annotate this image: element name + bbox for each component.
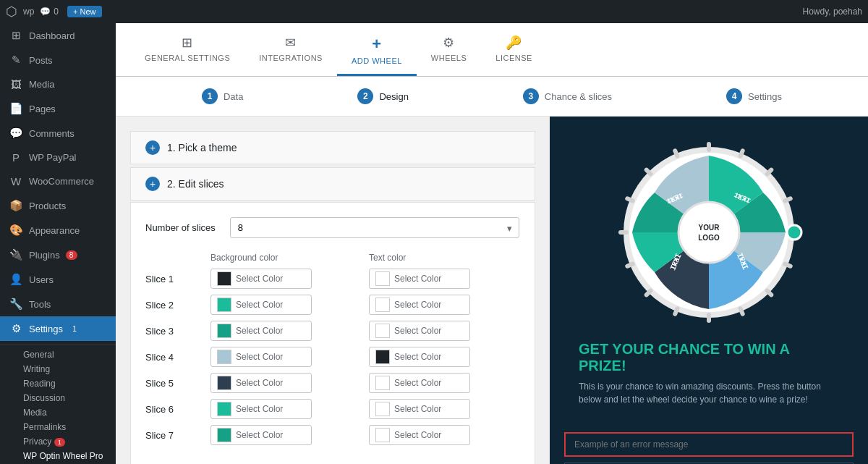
tab-license[interactable]: 🔑 LICENSE [481,23,547,76]
sidebar-item-media[interactable]: 🖼 Media [0,72,116,96]
slice-1-bg-color[interactable]: Select Color [210,269,312,289]
step-label-data: Data [224,91,243,102]
tab-add-wheel-label: ADD WHEEL [352,56,402,65]
wheel-svg: TEXT TEXT TEXT TEXT TEXT TEXT TEXT TEXT … [615,138,803,326]
slice-7-text-color[interactable]: Select Color [369,425,470,445]
wheel-center-circle [678,202,739,263]
tab-wheels[interactable]: ⚙ WHEELS [417,23,481,76]
wheel-preview: TEXT TEXT TEXT TEXT TEXT TEXT TEXT TEXT … [550,117,868,432]
slice-4-bg-color[interactable]: Select Color [210,347,312,367]
sidebar-item-woocommerce[interactable]: W WooCommerce [0,169,116,193]
slice-1-text-color[interactable]: Select Color [369,269,470,289]
pick-theme-title: 1. Pick a theme [167,142,237,153]
sidebar-item-tools[interactable]: 🔧 Tools [0,292,116,316]
plugins-icon: 🔌 [9,248,23,261]
num-slices-select[interactable]: 8 4 6 10 12 [230,217,519,238]
sidebar-sub-permalinks[interactable]: Permalinks [0,420,116,434]
slice-2-bg-swatch [217,298,231,312]
step-design[interactable]: 2 Design [357,88,408,104]
sidebar-label-appearance: Appearance [29,225,80,236]
tab-add-wheel[interactable]: + ADD WHEEL [337,23,417,76]
sidebar-sub-media[interactable]: Media [0,405,116,420]
sidebar-item-products[interactable]: 📦 Products [0,193,116,218]
slice-3-label: Slice 3 [145,326,203,337]
slice-4-text-swatch [375,350,390,364]
error-message-input[interactable] [564,432,854,457]
slice-5-bg-color[interactable]: Select Color [210,373,312,393]
step-num-3: 3 [523,88,539,104]
wheel-container: TEXT TEXT TEXT TEXT TEXT TEXT TEXT TEXT … [615,138,803,326]
right-panel: TEXT TEXT TEXT TEXT TEXT TEXT TEXT TEXT … [550,117,868,464]
svg-rect-0 [707,142,711,152]
step-data[interactable]: 1 Data [202,88,243,104]
site-name[interactable]: wp [23,7,34,17]
howdy-text: Howdy, poehah [803,7,863,17]
promo-title-start: GET YOUR CHANCE TO [579,341,748,357]
dashboard-icon: ⊞ [9,29,23,42]
comments-icon[interactable]: 💬 [40,7,51,17]
slice-5-bg-label: Select Color [236,378,283,388]
promo-text: GET YOUR CHANCE TO WIN A PRIZE! This is … [564,341,854,418]
sidebar-item-wppaypal[interactable]: P WP PayPal [0,145,116,169]
slice-3-bg-color[interactable]: Select Color [210,321,312,341]
pick-theme-toggle-icon: + [145,140,160,155]
slice-4-text-label: Select Color [394,352,441,362]
slice-6-text-swatch [375,402,390,416]
left-panel: + 1. Pick a theme + 2. Edit slices Numbe… [116,117,550,464]
tab-integrations[interactable]: ✉ INTEGRATIONS [244,23,337,76]
sidebar-item-users[interactable]: 👤 Users [0,267,116,292]
slice-1-bg-swatch [217,271,231,286]
sidebar-item-comments[interactable]: 💬 Comments [0,121,116,145]
slice-5-text-color[interactable]: Select Color [369,373,470,393]
tools-icon: 🔧 [9,298,23,311]
sidebar-item-settings[interactable]: ⚙ Settings 1 [0,316,116,341]
top-bar: ⬡ wp 💬 0 + New Howdy, poehah [0,0,868,23]
plugins-badge: 8 [66,250,77,260]
sidebar-item-appearance[interactable]: 🎨 Appearance [0,218,116,242]
appearance-icon: 🎨 [9,224,23,237]
sidebar-item-plugins[interactable]: 🔌 Plugins 8 [0,242,116,267]
slice-2-bg-color[interactable]: Select Color [210,295,312,315]
tab-general-settings[interactable]: ⊞ GENERAL SETTINGS [130,23,244,76]
sidebar-sub-privacy[interactable]: Privacy 1 [0,434,116,449]
slice-2-text-color[interactable]: Select Color [369,295,470,315]
step-num-2: 2 [357,88,373,104]
step-chance[interactable]: 3 Chance & slices [523,88,612,104]
sidebar-label-media: Media [29,79,54,90]
sidebar: ⊞ Dashboard ✎ Posts 🖼 Media 📄 Pages 💬 Co… [0,23,116,464]
integrations-tab-icon: ✉ [285,35,297,51]
slice-1-text-label: Select Color [394,274,441,284]
sidebar-sub-writing[interactable]: Writing [0,362,116,376]
slice-3-text-color[interactable]: Select Color [369,321,470,341]
sidebar-item-posts[interactable]: ✎ Posts [0,48,116,72]
slice-4-text-color[interactable]: Select Color [369,347,470,367]
slice-7-text-label: Select Color [394,430,441,440]
sidebar-item-dashboard[interactable]: ⊞ Dashboard [0,23,116,48]
slice-6-text-color[interactable]: Select Color [369,399,470,419]
sidebar-sub-discussion[interactable]: Discussion [0,391,116,405]
slice-3-text-swatch [375,324,390,338]
pick-theme-header[interactable]: + 1. Pick a theme [130,131,535,164]
slice-7-bg-color[interactable]: Select Color [210,425,312,445]
sidebar-label-woocommerce: WooCommerce [29,176,94,187]
comments-count: 0 [54,7,59,17]
slice-3-text-label: Select Color [394,326,441,336]
step-settings[interactable]: 4 Settings [726,88,782,104]
sidebar-sub-general[interactable]: General [0,347,116,362]
slice-row-5: Slice 5 Select Color Select Color [145,373,520,393]
slice-6-label: Slice 6 [145,404,203,415]
sidebar-sub-wpoptin[interactable]: WP Optin Wheel Pro [0,449,116,463]
sidebar-sub-reading[interactable]: Reading [0,376,116,391]
sidebar-item-pages[interactable]: 📄 Pages [0,96,116,121]
wheel-pointer [787,225,801,240]
form-section: TRY YOUR LUCK [550,432,868,464]
slice-3-bg-label: Select Color [236,326,283,336]
edit-slices-header[interactable]: + 2. Edit slices [130,167,535,201]
slice-5-text-swatch [375,376,390,390]
slice-row-6: Slice 6 Select Color Select Color [145,399,520,419]
slice-6-bg-color[interactable]: Select Color [210,399,312,419]
slice-7-text-swatch [375,428,390,442]
new-button[interactable]: + New [67,6,102,17]
slice-7-label: Slice 7 [145,430,203,441]
edit-slices-toggle-icon: + [145,177,160,191]
